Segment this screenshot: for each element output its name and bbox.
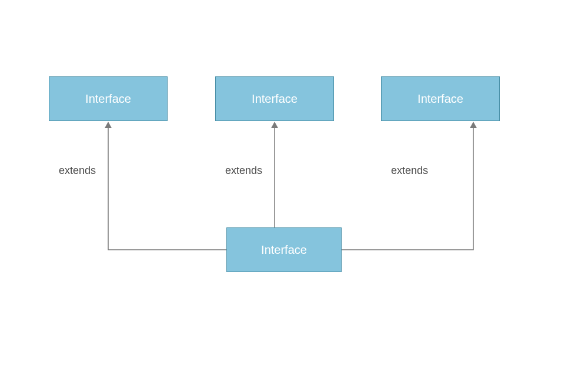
interface-label: Interface xyxy=(252,92,298,106)
svg-marker-2 xyxy=(470,122,477,128)
interface-label: Interface xyxy=(85,92,131,106)
interface-box-top-right: Interface xyxy=(381,76,500,121)
interface-box-top-left: Interface xyxy=(49,76,168,121)
svg-marker-1 xyxy=(271,122,278,128)
svg-marker-0 xyxy=(105,122,112,128)
extends-label-left: extends xyxy=(59,165,96,177)
connector-lines xyxy=(0,0,588,382)
extends-label-center: extends xyxy=(225,165,262,177)
interface-label: Interface xyxy=(261,243,307,257)
interface-box-top-center: Interface xyxy=(215,76,334,121)
interface-box-bottom: Interface xyxy=(226,227,342,272)
interface-label: Interface xyxy=(417,92,463,106)
extends-label-right: extends xyxy=(391,165,428,177)
